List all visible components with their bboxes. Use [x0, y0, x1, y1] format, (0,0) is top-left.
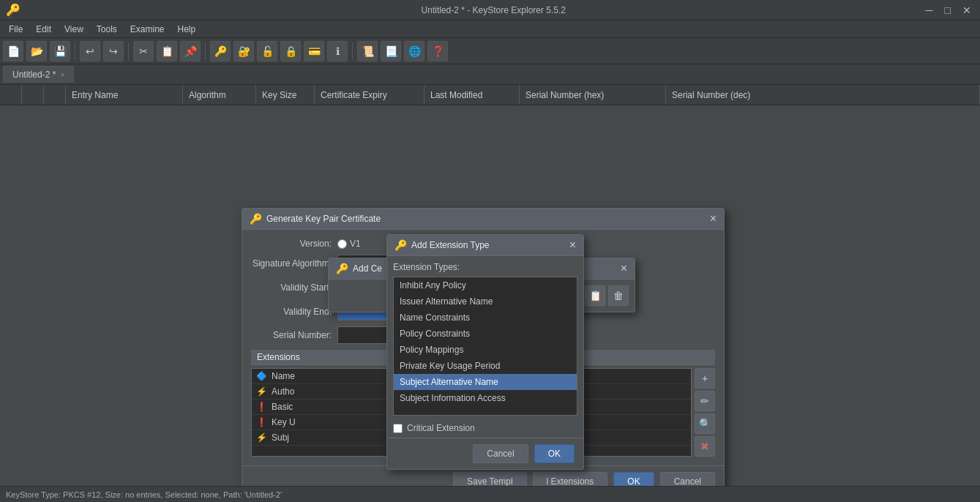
version-label: Version: [251, 239, 332, 249]
gen-dialog-save-template-button[interactable]: Save Templ [453, 472, 526, 486]
ext-item-subject-alt-name[interactable]: Subject Alternative Name [394, 374, 577, 390]
gen-dialog-icon: 🔑 [250, 213, 262, 225]
validity-label: Validity Start: [251, 282, 332, 293]
toolbar-sep-4 [352, 42, 353, 60]
critical-extension-checkbox[interactable] [393, 424, 403, 433]
ext-type-body: Extension Types: Inhibit Any Policy Issu… [387, 256, 583, 438]
ext-delete-button[interactable]: ✖ [695, 436, 715, 457]
gen-dialog-close-button[interactable]: × [710, 213, 717, 225]
menu-examine[interactable]: Examine [124, 23, 171, 36]
keytool-5-button[interactable]: 💳 [304, 41, 324, 61]
help-btn[interactable]: ❓ [427, 41, 448, 61]
gen-dialog-extensions-button[interactable]: l Extensions [533, 472, 608, 486]
tool-3-button[interactable]: 🌐 [404, 41, 424, 61]
tab-label: Untitled-2 * [12, 70, 56, 80]
add-cert-close-button[interactable]: × [621, 263, 627, 274]
toolbar-sep-3 [205, 42, 206, 60]
maximize-button[interactable]: □ [942, 4, 954, 16]
redo-button[interactable]: ↪ [103, 41, 124, 61]
ext-icon-4: ❗ [256, 417, 267, 427]
th-cert-expiry[interactable]: Certificate Expiry [315, 85, 424, 105]
menu-bar: File Edit View Tools Examine Help [0, 20, 980, 38]
ext-type-cancel-button[interactable]: Cancel [473, 444, 528, 463]
ext-icon-3: ❗ [256, 402, 267, 412]
menu-help[interactable]: Help [172, 23, 202, 36]
ext-item-policy-mappings[interactable]: Policy Mappings [394, 342, 577, 358]
ext-item-policy-constraints[interactable]: Policy Constraints [394, 326, 577, 342]
add-cert-icon: 🔑 [336, 263, 348, 274]
menu-edit[interactable]: Edit [30, 23, 57, 36]
ext-type-footer: Cancel OK [387, 438, 583, 469]
version-v1-option[interactable]: V1 [337, 239, 361, 249]
ext-add-button[interactable]: + [695, 368, 715, 389]
ext-type-cancel-label: Cancel [487, 449, 514, 459]
version-v1-radio[interactable] [337, 239, 347, 249]
th-serial-hex[interactable]: Serial Number (hex) [520, 85, 666, 105]
tab-untitled-2[interactable]: Untitled-2 * × [3, 66, 74, 83]
extension-types-list[interactable]: Inhibit Any Policy Issuer Alternative Na… [393, 277, 577, 416]
menu-view[interactable]: View [59, 23, 89, 36]
th-serial-dec[interactable]: Serial Number (dec) [666, 85, 980, 105]
gen-dialog-ok-button[interactable]: OK [613, 472, 654, 486]
ext-detail-button[interactable]: 🔍 [695, 413, 715, 434]
keytool-1-button[interactable]: 🔑 [210, 41, 231, 61]
th-last-modified[interactable]: Last Modified [424, 85, 520, 105]
minimize-button[interactable]: ─ [923, 4, 936, 16]
ext-row-label-4: Key U [272, 417, 296, 427]
ext-types-label: Extension Types: [387, 259, 583, 274]
ext-icon-1: 🔷 [256, 371, 267, 381]
ext-type-ok-button[interactable]: OK [534, 444, 575, 463]
open-button[interactable]: 📂 [26, 41, 47, 61]
close-button[interactable]: ✕ [960, 4, 974, 16]
undo-button[interactable]: ↩ [80, 41, 100, 61]
th-algorithm[interactable]: Algorithm [183, 85, 256, 105]
save-button[interactable]: 💾 [50, 41, 70, 61]
ext-type-close-button[interactable]: × [569, 239, 576, 251]
th-entry-name[interactable]: Entry Name [66, 85, 183, 105]
add-cert-paste-button[interactable]: 📋 [585, 285, 605, 306]
title-bar: 🔑 Untitled-2 * - KeyStore Explorer 5.5.2… [0, 0, 980, 20]
extensions-section-title: Extensions [257, 352, 300, 362]
menu-file[interactable]: File [3, 23, 29, 36]
info-button[interactable]: ℹ [327, 41, 348, 61]
tab-bar: Untitled-2 * × [0, 64, 980, 85]
ext-item-inhibit[interactable]: Inhibit Any Policy [394, 277, 577, 293]
new-button[interactable]: 📄 [3, 41, 23, 61]
tab-close-button[interactable]: × [60, 71, 64, 79]
keytool-2-button[interactable]: 🔐 [233, 41, 254, 61]
ext-row-label-1: Name [272, 371, 295, 381]
ext-item-issuer-alt[interactable]: Issuer Alternative Name [394, 293, 577, 310]
window-controls[interactable]: ─ □ ✕ [923, 4, 974, 16]
keytool-4-button[interactable]: 🔒 [280, 41, 301, 61]
gen-dialog-title: Generate Key Pair Certificate [266, 214, 381, 224]
ext-icon-2: ⚡ [256, 386, 267, 397]
ext-table-buttons: + ✏ 🔍 ✖ [695, 368, 715, 457]
version-radio-group: V1 [337, 239, 361, 249]
menu-tools[interactable]: Tools [91, 23, 123, 36]
copy-button[interactable]: 📋 [157, 41, 177, 61]
tool-1-button[interactable]: 📜 [357, 41, 378, 61]
ext-item-subject-info-access[interactable]: Subject Information Access [394, 390, 577, 406]
ext-row-label-3: Basic [272, 402, 293, 412]
ext-item-private-key-usage[interactable]: Private Key Usage Period [394, 358, 577, 374]
keytool-3-button[interactable]: 🔓 [257, 41, 277, 61]
save-templ-label: Save Templ [467, 476, 512, 486]
add-cert-title: Add Ce [353, 263, 382, 274]
ext-type-ok-label: OK [548, 449, 561, 459]
tool-2-button[interactable]: 📃 [381, 41, 401, 61]
ext-item-name-constraints[interactable]: Name Constraints [394, 310, 577, 326]
main-content: 🔑 Generate Key Pair Certificate × Versio… [0, 105, 980, 486]
ext-row-label-2: Autho [272, 386, 294, 397]
th-key-size[interactable]: Key Size [256, 85, 315, 105]
table-header: Entry Name Algorithm Key Size Certificat… [0, 85, 980, 105]
status-bar: KeyStore Type: PKCS #12, Size: no entrie… [0, 486, 980, 502]
add-cert-clear-button[interactable]: 🗑 [608, 285, 629, 306]
cut-button[interactable]: ✂ [133, 41, 154, 61]
toolbar: 📄 📂 💾 ↩ ↪ ✂ 📋 📌 🔑 🔐 🔓 🔒 💳 ℹ 📜 📃 🌐 ❓ [0, 38, 980, 64]
ext-row-label-5: Subj [272, 432, 289, 443]
th-icon-2 [22, 85, 44, 105]
paste-button[interactable]: 📌 [180, 41, 201, 61]
ext-edit-button[interactable]: ✏ [695, 391, 715, 411]
ext-type-title: Add Extension Type [411, 240, 490, 250]
gen-dialog-cancel-button[interactable]: Cancel [660, 472, 715, 486]
